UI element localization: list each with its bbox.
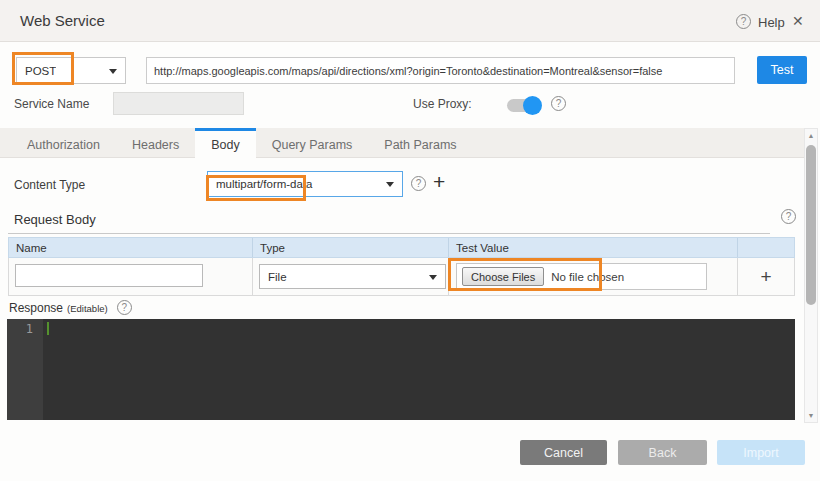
column-header-test-value: Test Value: [449, 238, 738, 257]
content-type-value: multipart/form-data: [208, 178, 313, 190]
response-help-icon[interactable]: ?: [117, 300, 132, 315]
tab-path-params[interactable]: Path Params: [368, 128, 472, 159]
import-button[interactable]: Import: [717, 440, 805, 465]
use-proxy-toggle[interactable]: [507, 99, 540, 112]
content-type-label: Content Type: [14, 178, 85, 192]
editor-line-number: 1: [7, 319, 43, 420]
tab-authorization[interactable]: Authorization: [11, 128, 116, 159]
param-name-input[interactable]: [15, 264, 203, 287]
column-header-name: Name: [9, 238, 253, 257]
service-name-input: [113, 92, 244, 115]
chevron-down-icon: [429, 275, 437, 280]
choose-files-button[interactable]: Choose Files: [462, 267, 544, 286]
response-editable-label: (Editable): [67, 303, 108, 314]
tab-bar: Authorization Headers Body Query Params …: [0, 128, 804, 158]
request-body-help-icon[interactable]: ?: [781, 209, 796, 224]
response-header: Response (Editable) ?: [9, 300, 132, 315]
cancel-button[interactable]: Cancel: [520, 440, 607, 465]
web-service-dialog: Web Service ? Help ✕ POST Test Service N…: [0, 0, 820, 481]
cell-actions: +: [738, 258, 794, 295]
editor-code-area[interactable]: [43, 319, 795, 420]
cell-test-value: Choose Files No file chosen: [449, 258, 738, 295]
help-link[interactable]: Help: [758, 15, 785, 30]
scroll-up-icon[interactable]: ▲: [805, 132, 817, 139]
close-icon[interactable]: ✕: [792, 13, 804, 29]
scroll-down-icon[interactable]: ▼: [805, 412, 817, 419]
content-type-help-icon[interactable]: ?: [411, 176, 426, 191]
tab-query-params[interactable]: Query Params: [256, 128, 369, 159]
add-content-type-icon[interactable]: +: [433, 171, 445, 193]
response-editor[interactable]: 1: [7, 319, 795, 420]
editor-cursor: [47, 322, 49, 335]
content-type-select[interactable]: multipart/form-data: [207, 171, 403, 197]
cell-type: File: [253, 258, 449, 295]
add-row-icon[interactable]: +: [738, 258, 794, 295]
vertical-scrollbar[interactable]: ▲ ▼: [804, 128, 818, 423]
http-method-select[interactable]: POST: [16, 57, 126, 84]
response-label: Response: [9, 301, 63, 315]
cell-name: [9, 258, 253, 295]
table-row: File Choose Files No file chosen +: [8, 258, 795, 296]
service-name-label: Service Name: [14, 97, 89, 111]
chevron-down-icon: [386, 182, 394, 187]
back-button[interactable]: Back: [618, 440, 707, 465]
column-header-actions: [738, 238, 794, 257]
file-upload-field[interactable]: Choose Files No file chosen: [456, 263, 707, 290]
toggle-thumb: [523, 96, 542, 115]
scrollbar-thumb[interactable]: [806, 145, 816, 305]
tab-headers[interactable]: Headers: [116, 128, 195, 159]
proxy-help-icon[interactable]: ?: [551, 96, 566, 111]
param-type-select[interactable]: File: [259, 264, 446, 289]
dialog-header: Web Service ? Help ✕: [0, 0, 820, 42]
test-button[interactable]: Test: [757, 56, 807, 84]
param-type-value: File: [260, 271, 287, 283]
use-proxy-label: Use Proxy:: [413, 97, 472, 111]
table-header-row: Name Type Test Value: [8, 237, 795, 258]
url-input[interactable]: [146, 57, 735, 84]
request-body-table: Name Type Test Value File Choose Files N…: [8, 237, 795, 296]
request-body-title: Request Body: [8, 212, 770, 234]
no-file-chosen-text: No file chosen: [551, 271, 624, 283]
tab-body[interactable]: Body: [195, 128, 256, 159]
http-method-value: POST: [17, 65, 56, 77]
chevron-down-icon: [109, 69, 117, 74]
column-header-type: Type: [253, 238, 449, 257]
page-title: Web Service: [20, 12, 105, 29]
help-question-icon[interactable]: ?: [736, 14, 751, 29]
